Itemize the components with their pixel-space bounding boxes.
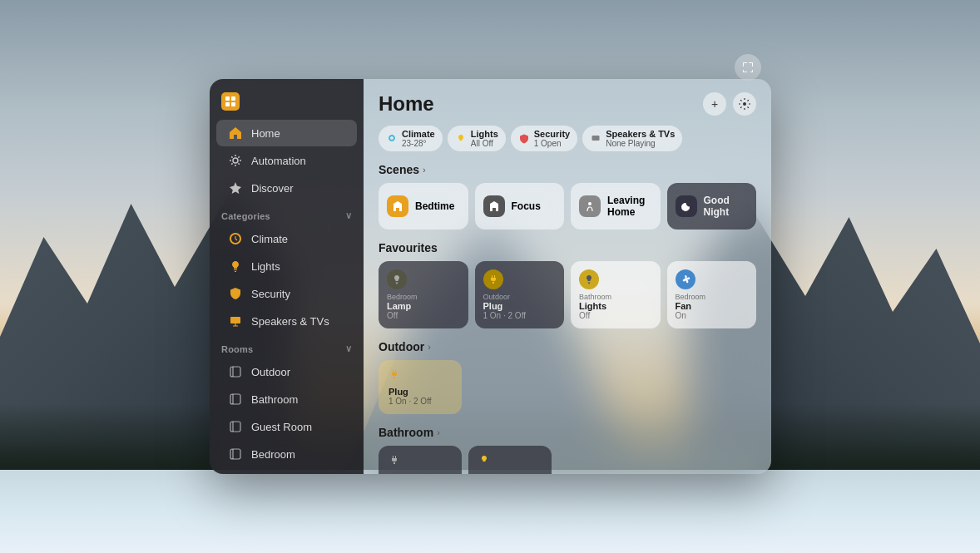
- outdoor-section-arrow: ›: [428, 342, 431, 352]
- outdoor-room-icon: [228, 364, 243, 379]
- rooms-section-header: Rooms ∨: [210, 335, 364, 358]
- bedroom-fan-fav-icon: [676, 269, 695, 289]
- sidebar-room-bathroom[interactable]: Bathroom: [216, 386, 357, 412]
- sidebar-logo: [210, 89, 364, 119]
- climate-category-icon: [228, 231, 243, 246]
- sidebar-room-label-outdoor: Outdoor: [251, 366, 290, 378]
- bathroom-section-title: Bathroom: [379, 426, 433, 439]
- favourite-card-outdoor-plug[interactable]: Outdoor Plug 1 On · 2 Off: [475, 261, 565, 328]
- speakers-tvs-category-icon: [228, 314, 243, 328]
- scene-card-bedtime[interactable]: Bedtime: [379, 183, 468, 230]
- categories-section-header: Categories ∨: [210, 202, 364, 225]
- lights-chip-sub: All Off: [471, 139, 498, 148]
- outdoor-plug-device-name: Plug: [389, 387, 452, 397]
- scene-card-good-night[interactable]: Good Night: [667, 183, 757, 230]
- speakers-chip-sub: None Playing: [606, 139, 675, 148]
- good-night-scene-name: Good Night: [704, 195, 749, 218]
- sidebar-item-discover[interactable]: Discover: [216, 175, 357, 201]
- bathroom-devices: Power Point Off Lights Off: [379, 446, 756, 474]
- sidebar-item-label-discover: Discover: [251, 182, 294, 195]
- favourites-section-header[interactable]: Favourites: [379, 241, 756, 254]
- scene-card-focus[interactable]: Focus: [475, 183, 565, 230]
- bedroom-lamp-fav-name: Lamp: [387, 301, 460, 311]
- sidebar-category-speakers-tvs[interactable]: Speakers & TVs: [216, 308, 357, 334]
- sidebar-item-home[interactable]: Home: [216, 120, 357, 146]
- bedroom-lamp-fav-room: Bedroom: [387, 293, 460, 301]
- outdoor-devices: Plug 1 On · 2 Off: [379, 360, 756, 414]
- svg-rect-6: [230, 367, 240, 377]
- bedroom-fan-fav-status: On: [676, 311, 749, 320]
- outdoor-plug-fav-name: Plug: [483, 301, 557, 311]
- sidebar-item-label-automation: Automation: [251, 155, 306, 167]
- scenes-title: Scenes: [379, 163, 419, 176]
- categories-chevron: ∨: [345, 210, 352, 221]
- device-card-outdoor-plug[interactable]: Plug 1 On · 2 Off: [379, 360, 462, 414]
- bedtime-scene-name: Bedtime: [415, 200, 454, 212]
- status-chip-lights[interactable]: Lights All Off: [448, 126, 506, 151]
- outdoor-section-header[interactable]: Outdoor ›: [379, 340, 756, 353]
- bedroom-fan-fav-room: Bedroom: [676, 293, 749, 301]
- sidebar-category-label-climate: Climate: [251, 233, 288, 245]
- outdoor-plug-device-status: 1 On · 2 Off: [389, 397, 452, 406]
- top-right-action-icon[interactable]: [735, 54, 761, 81]
- favourite-card-bedroom-lamp[interactable]: Bedroom Lamp Off: [379, 261, 468, 328]
- lights-chip-text: Lights All Off: [471, 129, 498, 148]
- room-section-outdoor: Outdoor › Plug 1 On · 2 Off: [379, 340, 756, 414]
- lights-chip-icon: [455, 133, 467, 145]
- bathroom-section-header[interactable]: Bathroom ›: [379, 426, 756, 439]
- main-content: Home + Climate 23-28° Lights All Off: [364, 79, 771, 474]
- svg-rect-10: [230, 422, 240, 432]
- status-chip-climate[interactable]: Climate 23-28°: [379, 126, 443, 151]
- header-actions: +: [703, 92, 756, 116]
- room-sections: Outdoor › Plug 1 On · 2 Off Bathroom › P…: [379, 340, 756, 474]
- sidebar-category-label-lights: Lights: [251, 260, 280, 273]
- speakers-chip-title: Speakers & TVs: [606, 129, 675, 139]
- sidebar-item-automation[interactable]: Automation: [216, 147, 357, 174]
- sidebar-category-security[interactable]: Security: [216, 280, 357, 307]
- security-chip-text: Security 1 Open: [534, 129, 570, 148]
- svg-point-4: [233, 158, 238, 163]
- sidebar-room-label-guest-room: Guest Room: [251, 421, 312, 433]
- sidebar-category-label-speakers-tvs: Speakers & TVs: [251, 315, 329, 328]
- sidebar-room-bedroom[interactable]: Bedroom: [216, 441, 357, 467]
- scenes-section-header[interactable]: Scenes ›: [379, 163, 756, 176]
- climate-chip-sub: 23-28°: [402, 139, 435, 148]
- outdoor-section-title: Outdoor: [379, 340, 424, 353]
- bathroom-room-icon: [228, 392, 243, 407]
- device-card-bathroom-lights[interactable]: Lights Off: [468, 446, 552, 474]
- climate-chip-title: Climate: [402, 129, 435, 139]
- bathroom-lights-fav-icon: [579, 269, 599, 289]
- leaving-home-scene-icon: [579, 195, 601, 217]
- status-chip-security[interactable]: Security 1 Open: [511, 126, 577, 151]
- svg-rect-3: [231, 102, 235, 106]
- speakers-chip-icon: [590, 133, 601, 145]
- bedtime-scene-icon: [387, 195, 408, 217]
- page-title: Home: [379, 92, 434, 116]
- sidebar-nav: Home Automation Discover: [210, 119, 364, 202]
- bathroom-lights-fav-name: Lights: [579, 301, 652, 311]
- scene-card-leaving-home[interactable]: Leaving Home: [571, 183, 661, 230]
- sidebar-room-guest-room[interactable]: Guest Room: [216, 413, 357, 440]
- bedroom-lamp-fav-icon: [387, 269, 407, 289]
- speakers-chip-text: Speakers & TVs None Playing: [606, 129, 675, 148]
- favourite-card-bedroom-fan[interactable]: Bedroom Fan On: [667, 261, 757, 328]
- categories-label: Categories: [221, 211, 270, 221]
- rooms-label: Rooms: [221, 344, 253, 354]
- svg-rect-12: [230, 449, 240, 459]
- sidebar-room-outdoor[interactable]: Outdoor: [216, 358, 357, 385]
- favourites-grid: Bedroom Lamp Off Outdoor Plug 1 On · 2 O…: [379, 261, 756, 328]
- sidebar-category-climate[interactable]: Climate: [216, 225, 357, 252]
- leaving-home-scene-name: Leaving Home: [607, 195, 652, 218]
- add-button[interactable]: +: [703, 92, 726, 116]
- sidebar-category-lights[interactable]: Lights: [216, 253, 357, 279]
- settings-button[interactable]: [733, 92, 756, 116]
- sidebar-room-lounge-room[interactable]: Lounge Room: [216, 468, 357, 474]
- bedroom-fan-fav-name: Fan: [676, 301, 749, 311]
- status-chip-speakers[interactable]: Speakers & TVs None Playing: [582, 126, 682, 151]
- outdoor-plug-fav-room: Outdoor: [483, 293, 557, 301]
- device-card-bathroom-power[interactable]: Power Point Off: [379, 446, 462, 474]
- sidebar-categories: Climate Lights Security Speakers & TVs: [210, 225, 364, 335]
- sidebar: Home Automation Discover Categories ∨ Cl…: [210, 79, 364, 474]
- rooms-chevron: ∨: [345, 343, 352, 354]
- favourite-card-bathroom-lights[interactable]: Bathroom Lights Off: [571, 261, 661, 328]
